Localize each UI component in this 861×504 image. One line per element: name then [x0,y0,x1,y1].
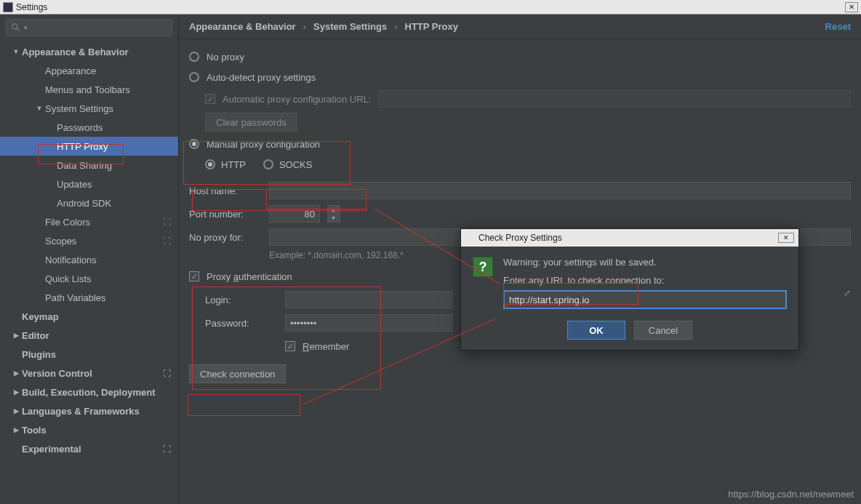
sidebar-item-android-sdk[interactable]: Android SDK [0,193,178,212]
tree-arrow-icon: ▼ [35,105,44,112]
sidebar-item-version-control[interactable]: ▶Version Control⛶ [0,364,178,383]
proxy-manual-row[interactable]: Manual proxy configuration [189,134,851,154]
spinner-down-icon[interactable]: ▼ [327,214,340,222]
host-label: Host name: [189,185,262,196]
sidebar-item-system-settings[interactable]: ▼System Settings [0,99,178,118]
port-spinner[interactable]: ▲▼ [327,205,340,223]
svg-line-1 [17,28,20,31]
breadcrumb-a[interactable]: Appearance & Behavior [189,21,296,32]
tree-arrow-icon: ▶ [12,426,20,433]
proxy-http-row[interactable]: HTTP [205,159,246,170]
sidebar-search[interactable]: ▾ [6,19,172,36]
sidebar-item-notifications[interactable]: Notifications [0,250,178,269]
proxy-socks-row[interactable]: SOCKS [263,159,313,170]
sidebar-item-quick-lists[interactable]: Quick Lists [0,269,178,288]
sidebar-item-label: Scopes [45,236,76,247]
label-auto: Auto-detect proxy settings [207,72,316,83]
sidebar-item-label: System Settings [45,103,113,114]
sidebar-item-menus-and-toolbars[interactable]: Menus and Toolbars [0,80,178,99]
tree-arrow-icon: ▶ [12,332,20,339]
dialog-warning: Warning: your settings will be saved. [503,257,787,268]
radio-socks[interactable] [263,159,273,169]
port-label: Port number: [189,209,262,220]
dialog-prompt: Enter any URL to check connection to: [503,275,787,286]
dialog-close-button[interactable]: ✕ [778,233,794,243]
sidebar-item-label: Data Sharing [57,160,112,171]
reset-link[interactable]: Reset [825,21,851,32]
sidebar-item-path-variables[interactable]: Path Variables [0,288,178,307]
port-input[interactable] [269,205,320,223]
sidebar-item-tools[interactable]: ▶Tools [0,420,178,439]
radio-auto[interactable] [189,72,199,82]
sidebar-item-label: Experimental [22,444,81,455]
label-socks: SOCKS [279,159,313,170]
sidebar-item-label: Version Control [22,368,92,379]
proxy-auto-row[interactable]: Auto-detect proxy settings [189,67,851,87]
dialog-url-input[interactable] [503,290,787,309]
clear-passwords-button[interactable]: Clear passwords [205,113,297,132]
sidebar-item-scopes[interactable]: Scopes⛶ [0,231,178,250]
sidebar-item-file-colors[interactable]: File Colors⛶ [0,212,178,231]
sidebar-item-editor[interactable]: ▶Editor [0,326,178,345]
tree-arrow-icon: ▶ [12,388,20,396]
sidebar-item-label: File Colors [45,217,90,228]
sidebar-item-label: Quick Lists [45,273,92,284]
login-label: Login: [205,295,278,305]
sidebar-item-appearance[interactable]: Appearance [0,61,178,80]
dialog-ok-button[interactable]: OK [567,321,625,340]
radio-no-proxy[interactable] [189,52,199,62]
scope-icon: ⛶ [163,236,171,245]
sidebar-item-http-proxy[interactable]: HTTP Proxy [0,137,178,156]
sidebar-item-plugins[interactable]: Plugins [0,345,178,364]
pwd-label: Password: [205,318,278,329]
breadcrumb-c: HTTP Proxy [405,21,458,32]
sidebar-item-keymap[interactable]: Keymap [0,307,178,326]
label-http: HTTP [221,159,246,170]
sidebar-item-data-sharing[interactable]: Data Sharing [0,156,178,175]
spinner-up-icon[interactable]: ▲ [327,206,340,214]
breadcrumb-sep: › [394,21,397,32]
sidebar-item-experimental[interactable]: Experimental⛶ [0,439,178,458]
radio-manual[interactable] [189,139,199,149]
breadcrumb: Appearance & Behavior › System Settings … [179,15,861,39]
label-remember: Remember [303,341,349,352]
sidebar-item-label: Languages & Frameworks [22,406,140,417]
host-input[interactable] [269,182,851,199]
proxy-none-row[interactable]: No proxy [189,47,851,67]
sidebar-item-label: Notifications [45,255,97,265]
sidebar-item-label: Tools [22,425,47,436]
label-auto-url: Automatic proxy configuration URL: [223,94,371,105]
nofor-label: No proxy for: [189,232,262,243]
sidebar-item-passwords[interactable]: Passwords [0,118,178,137]
sidebar-item-label: Appearance [45,65,96,76]
sidebar-item-label: HTTP Proxy [57,141,108,152]
radio-http[interactable] [205,159,215,169]
check-connection-button[interactable]: Check connection [189,364,286,383]
label-auth: Proxy authentication [207,271,292,282]
expand-icon[interactable]: ⤢ [844,288,851,298]
dialog-icon [465,233,474,242]
sidebar-item-languages-frameworks[interactable]: ▶Languages & Frameworks [0,401,178,420]
check-remember[interactable] [285,341,295,351]
sidebar-item-build-execution-deployment[interactable]: ▶Build, Execution, Deployment [0,383,178,401]
check-auth[interactable] [189,271,199,281]
dialog-titlebar: Check Proxy Settings ✕ [461,229,798,247]
dialog-cancel-button[interactable]: Cancel [634,321,692,340]
sidebar-item-updates[interactable]: Updates [0,175,178,193]
breadcrumb-b[interactable]: System Settings [313,21,387,32]
breadcrumb-sep: › [303,21,306,32]
sidebar-item-label: Keymap [22,311,59,322]
check-auto-url [205,94,215,104]
sidebar-item-appearance-behavior[interactable]: ▼Appearance & Behavior [0,42,178,61]
tree-arrow-icon: ▶ [12,407,20,415]
tree-arrow-icon: ▶ [12,369,20,377]
sidebar-item-label: Plugins [22,349,56,360]
dialog-title: Check Proxy Settings [478,233,562,243]
login-input[interactable] [285,291,452,308]
settings-tree: ▼Appearance & BehaviorAppearanceMenus an… [0,39,178,504]
question-icon: ? [473,257,493,277]
window-close-button[interactable]: ✕ [845,2,858,12]
search-dropdown-icon[interactable]: ▾ [24,24,28,31]
settings-sidebar: ▾ ▼Appearance & BehaviorAppearanceMenus … [0,15,179,504]
password-input[interactable] [285,314,452,332]
